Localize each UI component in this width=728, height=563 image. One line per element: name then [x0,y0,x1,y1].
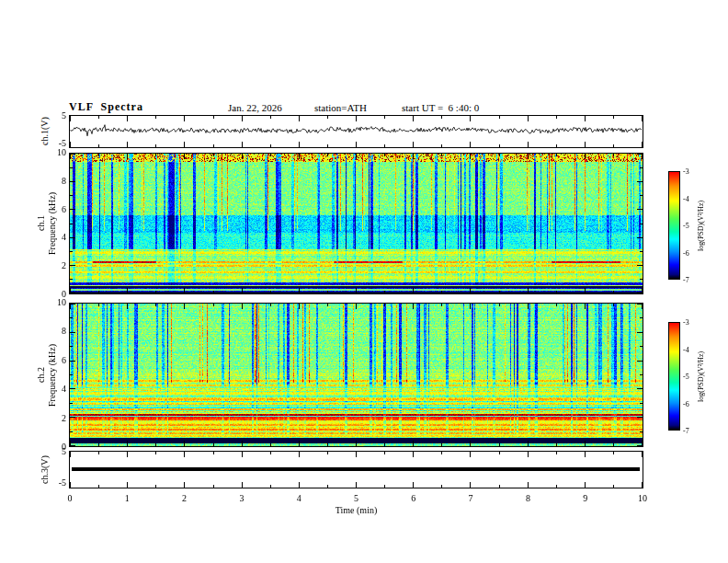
tick-mark [299,304,300,309]
tick-mark [270,443,271,446]
tick-mark [441,116,442,119]
tick-mark [70,265,75,266]
tick-mark [70,417,75,418]
tick-mark [642,142,643,147]
tick-mark [470,142,471,147]
tick-mark [356,441,357,446]
tick-mark [384,144,385,147]
tick-mark [556,443,557,446]
station-label: station=ATH [314,102,367,113]
tick-mark [270,291,271,293]
tick-mark [637,417,643,418]
tick-mark [213,154,214,156]
tick-label: 2 [50,413,66,424]
tick-mark [155,144,156,147]
tick-mark [242,116,243,121]
tick-mark [499,485,500,488]
tick-mark [413,288,414,293]
tick-mark [70,279,73,280]
tick-mark [613,291,614,293]
tick-mark [613,116,614,119]
tick-mark [299,154,300,159]
vlf-spectra-figure: VLF Spectra Jan. 22, 2026 station=ATH st… [0,0,728,563]
tick-mark [356,304,357,309]
tick-mark [70,195,73,196]
tick-mark [98,291,99,293]
ch3-wave-ytick-bottom: -5 [50,477,66,488]
tick-mark [441,154,442,156]
tick-label: 5 [347,493,366,504]
tick-label: 1 [118,493,136,504]
tick-mark [70,237,75,238]
tick-mark [640,224,643,224]
tick-mark [470,116,471,121]
tick-mark [242,154,243,159]
tick-mark [528,304,529,309]
tick-mark [155,304,156,306]
tick-mark [70,304,75,304]
tick-mark [70,431,73,432]
tick-mark [637,181,643,182]
tick-label: 7 [461,493,480,504]
tick-mark [356,482,357,488]
tick-mark [640,374,643,375]
tick-mark [70,445,75,446]
tick-mark [155,291,156,293]
tick-mark [184,116,185,121]
tick-mark [356,288,357,293]
tick-mark [585,142,586,147]
tick-mark [499,304,500,306]
tick-mark [613,144,614,147]
tick-mark [155,443,156,446]
ch1-spec-channel-label: ch.1 [35,153,46,294]
tick-mark [155,154,156,156]
tick-mark [327,291,328,293]
tick-mark [213,291,214,293]
tick-mark [637,332,643,333]
tick-mark [70,374,73,375]
tick-mark [528,116,529,121]
tick-label: -7 [683,427,698,435]
tick-mark [613,452,614,454]
tick-mark [441,291,442,293]
tick-mark [556,291,557,293]
tick-mark [413,142,414,147]
tick-mark [356,116,357,121]
tick-mark [70,116,71,121]
tick-mark [642,452,643,457]
tick-mark [637,265,643,266]
tick-mark [470,452,471,457]
tick-mark [242,142,243,147]
tick-mark [127,154,128,159]
tick-mark [299,288,300,293]
tick-label: -5 [683,222,698,230]
tick-mark [585,452,586,457]
tick-mark [98,154,99,156]
tick-mark [441,144,442,147]
tick-label: -7 [683,276,698,284]
tick-mark [70,332,75,333]
tick-label: -4 [683,195,698,203]
tick-mark [413,452,414,457]
tick-mark [70,452,71,457]
tick-mark [499,116,500,119]
tick-mark [242,304,243,309]
tick-label: 0 [61,493,79,504]
tick-mark [441,485,442,488]
tick-mark [213,443,214,446]
tick-mark [637,237,643,238]
tick-mark [384,304,385,306]
ch1-spectrogram-panel [69,153,643,294]
tick-mark [70,224,73,224]
tick-mark [184,142,185,147]
tick-mark [637,388,643,389]
tick-mark [356,154,357,159]
ch3-waveform-panel [69,451,643,488]
tick-mark [127,142,128,147]
tick-mark [184,304,185,309]
tick-mark [640,195,643,196]
tick-mark [413,304,414,309]
tick-mark [213,116,214,119]
tick-mark [413,441,414,446]
tick-mark [299,116,300,121]
